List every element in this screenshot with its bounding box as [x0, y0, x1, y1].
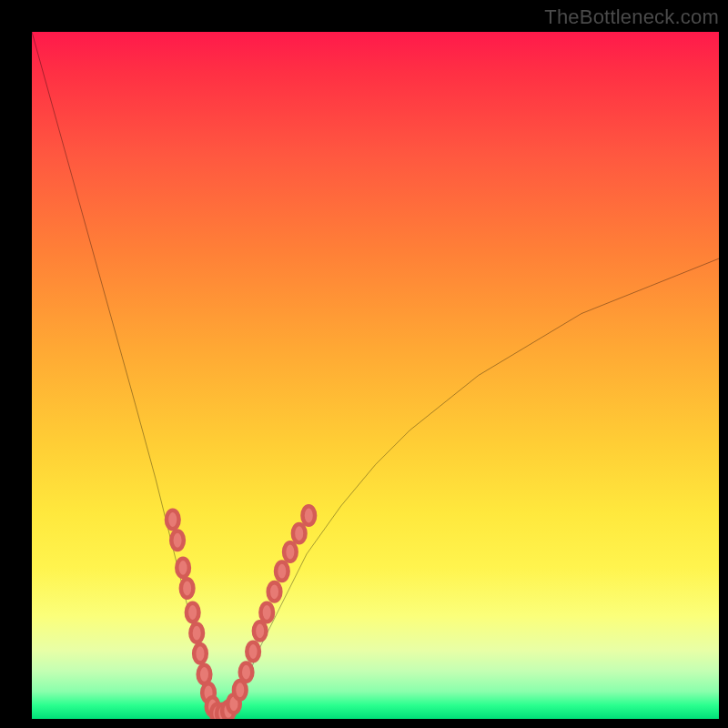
- curve-marker: [284, 542, 297, 561]
- curve-marker: [254, 622, 267, 640]
- watermark-text: TheBottleneck.com: [544, 5, 719, 29]
- curve-marker: [276, 561, 288, 580]
- curve-marker: [302, 506, 315, 524]
- curve-marker: [234, 681, 247, 699]
- curve-marker: [260, 603, 273, 622]
- plot-area: [32, 32, 719, 719]
- curve-marker: [187, 603, 199, 622]
- curve-marker: [240, 662, 253, 681]
- curve-marker: [167, 511, 179, 529]
- bottleneck-curve: [32, 32, 719, 715]
- curve-marker: [293, 524, 306, 542]
- curve-marker: [268, 582, 281, 601]
- curve-marker: [181, 579, 194, 597]
- curve-marker: [190, 623, 203, 642]
- curve-markers: [167, 506, 315, 719]
- curve-marker: [177, 559, 189, 577]
- curve-marker: [171, 531, 184, 550]
- image-frame: TheBottleneck.com: [0, 0, 728, 728]
- chart-svg: [32, 32, 719, 719]
- curve-marker: [198, 665, 211, 683]
- curve-marker: [194, 644, 207, 662]
- curve-marker: [247, 642, 259, 661]
